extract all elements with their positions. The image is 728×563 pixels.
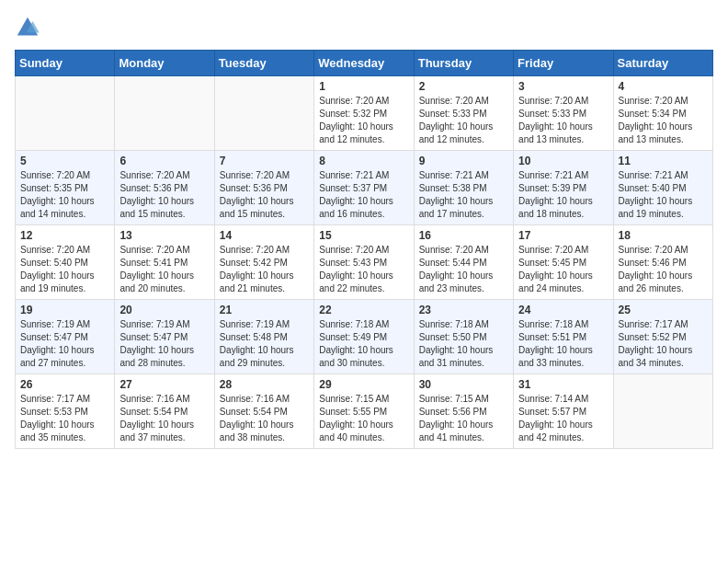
- day-number: 20: [119, 304, 209, 316]
- calendar-day-cell: 27Sunrise: 7:16 AM Sunset: 5:54 PM Dayli…: [115, 374, 214, 449]
- day-info: Sunrise: 7:16 AM Sunset: 5:54 PM Dayligh…: [119, 393, 209, 444]
- day-number: 28: [220, 378, 309, 391]
- day-info: Sunrise: 7:20 AM Sunset: 5:36 PM Dayligh…: [220, 169, 309, 221]
- day-number: 16: [419, 229, 508, 242]
- day-info: Sunrise: 7:20 AM Sunset: 5:46 PM Dayligh…: [619, 244, 708, 295]
- day-info: Sunrise: 7:20 AM Sunset: 5:33 PM Dayligh…: [419, 95, 508, 146]
- calendar-day-cell: 14Sunrise: 7:20 AM Sunset: 5:42 PM Dayli…: [214, 225, 313, 300]
- day-number: 31: [518, 378, 608, 391]
- calendar-day-cell: 1Sunrise: 7:20 AM Sunset: 5:32 PM Daylig…: [314, 76, 414, 151]
- calendar-day-cell: 30Sunrise: 7:15 AM Sunset: 5:56 PM Dayli…: [414, 374, 513, 449]
- day-number: 10: [518, 155, 608, 167]
- day-number: 24: [518, 304, 608, 316]
- calendar-day-cell: 20Sunrise: 7:19 AM Sunset: 5:47 PM Dayli…: [115, 300, 214, 374]
- calendar-day-header: Sunday: [16, 51, 115, 76]
- calendar-day-cell: 22Sunrise: 7:18 AM Sunset: 5:49 PM Dayli…: [314, 300, 414, 374]
- day-info: Sunrise: 7:21 AM Sunset: 5:40 PM Dayligh…: [619, 169, 708, 221]
- calendar-day-header: Monday: [115, 51, 214, 76]
- day-info: Sunrise: 7:17 AM Sunset: 5:53 PM Dayligh…: [20, 393, 109, 444]
- day-info: Sunrise: 7:17 AM Sunset: 5:52 PM Dayligh…: [619, 318, 708, 370]
- day-info: Sunrise: 7:15 AM Sunset: 5:55 PM Dayligh…: [319, 393, 408, 444]
- day-number: 4: [619, 80, 708, 93]
- day-info: Sunrise: 7:21 AM Sunset: 5:38 PM Dayligh…: [419, 169, 508, 221]
- calendar-day-cell: 7Sunrise: 7:20 AM Sunset: 5:36 PM Daylig…: [214, 151, 313, 225]
- day-number: 3: [518, 80, 608, 93]
- day-info: Sunrise: 7:18 AM Sunset: 5:50 PM Dayligh…: [419, 318, 508, 370]
- calendar-day-header: Saturday: [613, 51, 712, 76]
- day-number: 12: [20, 229, 109, 242]
- day-number: 29: [319, 378, 408, 391]
- day-number: 18: [619, 229, 708, 242]
- logo: [15, 15, 44, 40]
- day-info: Sunrise: 7:19 AM Sunset: 5:47 PM Dayligh…: [20, 318, 109, 370]
- day-number: 2: [419, 80, 508, 93]
- day-info: Sunrise: 7:20 AM Sunset: 5:44 PM Dayligh…: [419, 244, 508, 295]
- calendar-day-cell: 5Sunrise: 7:20 AM Sunset: 5:35 PM Daylig…: [16, 151, 115, 225]
- day-number: 22: [319, 304, 408, 316]
- calendar-header-row: SundayMondayTuesdayWednesdayThursdayFrid…: [16, 51, 713, 76]
- calendar-day-header: Thursday: [414, 51, 513, 76]
- calendar-day-cell: 12Sunrise: 7:20 AM Sunset: 5:40 PM Dayli…: [16, 225, 115, 300]
- calendar-day-cell: 29Sunrise: 7:15 AM Sunset: 5:55 PM Dayli…: [314, 374, 414, 449]
- day-number: 25: [619, 304, 708, 316]
- day-info: Sunrise: 7:21 AM Sunset: 5:37 PM Dayligh…: [319, 169, 408, 221]
- calendar-table: SundayMondayTuesdayWednesdayThursdayFrid…: [15, 50, 713, 449]
- day-info: Sunrise: 7:18 AM Sunset: 5:49 PM Dayligh…: [319, 318, 408, 370]
- day-info: Sunrise: 7:18 AM Sunset: 5:51 PM Dayligh…: [518, 318, 608, 370]
- page-header: [15, 15, 713, 40]
- calendar-day-cell: 25Sunrise: 7:17 AM Sunset: 5:52 PM Dayli…: [613, 300, 712, 374]
- day-info: Sunrise: 7:20 AM Sunset: 5:40 PM Dayligh…: [20, 244, 109, 295]
- calendar-day-cell: [16, 76, 115, 151]
- day-info: Sunrise: 7:19 AM Sunset: 5:48 PM Dayligh…: [220, 318, 309, 370]
- calendar-day-cell: 11Sunrise: 7:21 AM Sunset: 5:40 PM Dayli…: [613, 151, 712, 225]
- calendar-week-row: 5Sunrise: 7:20 AM Sunset: 5:35 PM Daylig…: [16, 151, 713, 225]
- day-number: 21: [220, 304, 309, 316]
- calendar-day-cell: 13Sunrise: 7:20 AM Sunset: 5:41 PM Dayli…: [115, 225, 214, 300]
- day-info: Sunrise: 7:20 AM Sunset: 5:33 PM Dayligh…: [518, 95, 608, 146]
- day-info: Sunrise: 7:20 AM Sunset: 5:43 PM Dayligh…: [319, 244, 408, 295]
- day-info: Sunrise: 7:14 AM Sunset: 5:57 PM Dayligh…: [518, 393, 608, 444]
- day-info: Sunrise: 7:20 AM Sunset: 5:35 PM Dayligh…: [20, 169, 109, 221]
- day-info: Sunrise: 7:20 AM Sunset: 5:36 PM Dayligh…: [119, 169, 209, 221]
- day-info: Sunrise: 7:20 AM Sunset: 5:34 PM Dayligh…: [619, 95, 708, 146]
- day-number: 8: [319, 155, 408, 167]
- calendar-day-cell: 9Sunrise: 7:21 AM Sunset: 5:38 PM Daylig…: [414, 151, 513, 225]
- day-number: 11: [619, 155, 708, 167]
- calendar-week-row: 12Sunrise: 7:20 AM Sunset: 5:40 PM Dayli…: [16, 225, 713, 300]
- calendar-day-cell: [214, 76, 313, 151]
- calendar-day-cell: 19Sunrise: 7:19 AM Sunset: 5:47 PM Dayli…: [16, 300, 115, 374]
- day-number: 27: [119, 378, 209, 391]
- day-number: 15: [319, 229, 408, 242]
- calendar-day-cell: 16Sunrise: 7:20 AM Sunset: 5:44 PM Dayli…: [414, 225, 513, 300]
- day-info: Sunrise: 7:19 AM Sunset: 5:47 PM Dayligh…: [119, 318, 209, 370]
- calendar-week-row: 19Sunrise: 7:19 AM Sunset: 5:47 PM Dayli…: [16, 300, 713, 374]
- day-number: 14: [220, 229, 309, 242]
- day-number: 1: [319, 80, 408, 93]
- calendar-day-cell: 18Sunrise: 7:20 AM Sunset: 5:46 PM Dayli…: [613, 225, 712, 300]
- day-number: 13: [119, 229, 209, 242]
- calendar-day-cell: 4Sunrise: 7:20 AM Sunset: 5:34 PM Daylig…: [613, 76, 712, 151]
- day-info: Sunrise: 7:20 AM Sunset: 5:45 PM Dayligh…: [518, 244, 608, 295]
- day-number: 7: [220, 155, 309, 167]
- calendar-day-cell: 21Sunrise: 7:19 AM Sunset: 5:48 PM Dayli…: [214, 300, 313, 374]
- calendar-day-cell: 10Sunrise: 7:21 AM Sunset: 5:39 PM Dayli…: [514, 151, 613, 225]
- calendar-week-row: 26Sunrise: 7:17 AM Sunset: 5:53 PM Dayli…: [16, 374, 713, 449]
- calendar-week-row: 1Sunrise: 7:20 AM Sunset: 5:32 PM Daylig…: [16, 76, 713, 151]
- day-info: Sunrise: 7:20 AM Sunset: 5:32 PM Dayligh…: [319, 95, 408, 146]
- day-info: Sunrise: 7:15 AM Sunset: 5:56 PM Dayligh…: [419, 393, 508, 444]
- calendar-day-cell: 6Sunrise: 7:20 AM Sunset: 5:36 PM Daylig…: [115, 151, 214, 225]
- calendar-day-cell: 8Sunrise: 7:21 AM Sunset: 5:37 PM Daylig…: [314, 151, 414, 225]
- calendar-day-cell: 24Sunrise: 7:18 AM Sunset: 5:51 PM Dayli…: [514, 300, 613, 374]
- calendar-day-cell: 28Sunrise: 7:16 AM Sunset: 5:54 PM Dayli…: [214, 374, 313, 449]
- day-info: Sunrise: 7:20 AM Sunset: 5:41 PM Dayligh…: [119, 244, 209, 295]
- calendar-day-cell: 26Sunrise: 7:17 AM Sunset: 5:53 PM Dayli…: [16, 374, 115, 449]
- calendar-day-cell: 15Sunrise: 7:20 AM Sunset: 5:43 PM Dayli…: [314, 225, 414, 300]
- calendar-day-header: Wednesday: [314, 51, 414, 76]
- day-number: 6: [119, 155, 209, 167]
- day-number: 23: [419, 304, 508, 316]
- calendar-day-header: Tuesday: [214, 51, 313, 76]
- day-number: 9: [419, 155, 508, 167]
- day-number: 5: [20, 155, 109, 167]
- day-info: Sunrise: 7:16 AM Sunset: 5:54 PM Dayligh…: [220, 393, 309, 444]
- day-number: 17: [518, 229, 608, 242]
